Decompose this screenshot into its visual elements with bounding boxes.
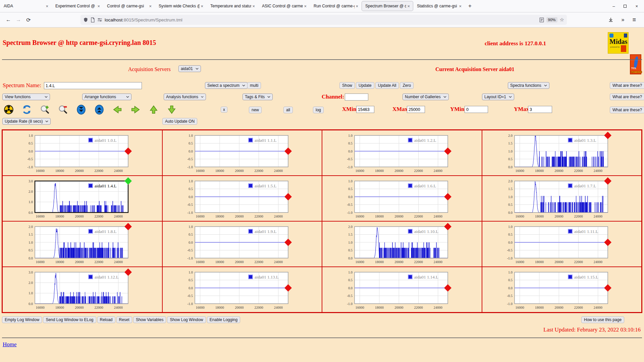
action-button-update[interactable]: Update [356,82,374,89]
spectrum-plot[interactable]: 1.00.50.0-0.5-1.016000180002000022000240… [324,177,479,222]
spectrum-cell-aida01-1-1-L[interactable]: 1.00.50.0-0.5-1.016000180002000022000240… [162,130,322,176]
xmax-input[interactable] [407,106,425,113]
what-are-these-button-2[interactable]: What are these? [610,94,644,100]
url-bar[interactable]: localhost:8015/Spectrum/Spectrum.tml 90%… [80,15,567,25]
multi-button[interactable]: multi [247,82,261,89]
shield-icon[interactable] [83,17,88,22]
spectrum-cell-aida01-1-4-L[interactable]: 3.02.01.00.01600018000200002200024000aid… [2,176,162,221]
what-are-these-button-3[interactable]: What are these? [610,107,644,113]
radiation-icon[interactable] [4,105,14,115]
layout-id-select[interactable]: Layout ID=1 [482,94,514,100]
footer-button-send-log-window-to-elog[interactable]: Send Log Window to ELog [43,316,96,323]
browser-tab-2[interactable]: Control @ carme-gsi× [104,1,155,11]
refresh-icon[interactable] [22,105,32,115]
what-are-these-button-1[interactable]: What are these? [610,82,644,89]
home-link[interactable]: Home [3,341,17,348]
how-to-use-button[interactable]: How to use this page [581,316,624,323]
browser-tab-0[interactable]: AIDA× [0,1,51,11]
zoom-level-badge[interactable]: 90% [546,17,557,22]
shift-left-icon[interactable] [112,105,122,115]
zoom-in-icon[interactable] [40,105,50,115]
tags-fits-select[interactable]: Tags & Fits [243,94,273,100]
browser-tab-1[interactable]: Experiment Control @ c× [52,1,103,11]
forward-icon[interactable]: → [13,15,23,25]
tab-close-icon[interactable]: × [148,4,153,9]
app-menu-icon[interactable]: ≡ [632,16,636,23]
arrange-functions-select[interactable]: Arrange functions [82,94,131,100]
reload-icon[interactable]: ⟳ [23,15,34,25]
footer-button-show-variables[interactable]: Show Variables [133,316,166,323]
channel-input[interactable] [345,94,368,101]
spectrum-cell-aida01-1-10-L[interactable]: 2.01.51.00.50.01600018000200002200024000… [322,221,482,267]
browser-tab-3[interactable]: System wide Checks @ c× [155,1,206,11]
tcl-powered-logo[interactable]: TCL POWERED [630,54,641,74]
maximize-icon[interactable] [624,5,627,8]
spectra-functions-select[interactable]: Spectra functions [508,82,549,89]
spectrum-plot[interactable]: 1.00.50.0-0.5-1.016000180002000022000240… [165,177,320,222]
spectrum-cell-aida01-1-12-L[interactable]: 3.02.01.00.01600018000200002200024000aid… [2,267,162,312]
tab-close-icon[interactable]: × [355,4,359,9]
action-button-update-all[interactable]: Update All [375,82,399,89]
acquisition-server-select[interactable]: aida01 [178,65,201,72]
bookmark-star-icon[interactable]: ☆ [560,17,564,23]
spectrum-plot[interactable]: 2.01.51.00.50.01600018000200002200024000… [324,223,479,267]
spectrum-plot[interactable]: 1.00.50.0-0.5-1.016000180002000022000240… [165,223,320,267]
spectrum-cell-aida01-1-0-L[interactable]: 1.00.50.0-0.5-1.016000180002000022000240… [2,130,162,176]
x-scale-button[interactable]: x [221,107,227,113]
view-functions-select[interactable]: View functions [2,94,50,100]
spectrum-cell-aida01-1-15-L[interactable]: 1.00.50.0-0.5-1.016000180002000022000240… [482,267,642,312]
spectrum-plot[interactable]: 1.00.50.0-0.5-1.016000180002000022000240… [324,268,479,313]
new-tab-button[interactable]: + [465,0,475,12]
browser-tab-8[interactable]: Statistics @ carme-gsi× [414,1,465,11]
action-button-zero[interactable]: Zero [400,82,414,89]
spectrum-cell-aida01-1-8-L[interactable]: 2.01.51.00.50.01600018000200002200024000… [2,221,162,267]
back-icon[interactable]: ← [3,15,13,25]
spectrum-name-input[interactable] [44,82,142,89]
new-button[interactable]: new [249,107,262,113]
spectrum-plot[interactable]: 1.00.50.0-0.5-1.016000180002000022000240… [324,131,479,176]
footer-button-reset[interactable]: Reset [116,316,132,323]
spectrum-cell-aida01-1-2-L[interactable]: 1.00.50.0-0.5-1.016000180002000022000240… [322,130,482,176]
shift-up-icon[interactable] [149,105,159,115]
footer-button-enable-logging[interactable]: Enable Logging [207,316,240,323]
browser-tab-5[interactable]: ASIC Control @ carme-g× [259,1,310,11]
browser-tab-4[interactable]: Temperature and status× [207,1,258,11]
zoom-out-icon[interactable] [58,105,68,115]
collapse-y-icon[interactable] [76,105,86,115]
overflow-menu-icon[interactable]: » [622,17,625,23]
footer-button-show-log-window[interactable]: Show Log Window [167,316,206,323]
update-rate-select[interactable]: Update Rate (8 secs) [2,118,51,125]
spectrum-cell-aida01-1-14-L[interactable]: 1.00.50.0-0.5-1.016000180002000022000240… [322,267,482,312]
tab-close-icon[interactable]: × [45,4,49,9]
shift-down-icon[interactable] [167,105,177,115]
ymax-input[interactable] [528,106,552,113]
spectrum-plot[interactable]: 2.01.51.00.50.01600018000200002200024000… [5,223,160,267]
download-icon[interactable] [608,17,613,22]
all-button[interactable]: all [283,107,293,113]
spectrum-plot[interactable]: 1.00.50.0-0.5-1.016000180002000022000240… [484,223,639,267]
spectrum-plot[interactable]: 1.00.50.0-0.5-1.016000180002000022000240… [5,131,160,176]
browser-tab-6[interactable]: Run Control @ carme-gs× [310,1,361,11]
auto-update-button[interactable]: Auto Update ON [162,118,197,125]
spectrum-plot[interactable]: 1.00.50.0-0.5-1.016000180002000022000240… [165,131,320,176]
spectrum-cell-aida01-1-11-L[interactable]: 1.00.50.0-0.5-1.016000180002000022000240… [482,221,642,267]
tab-close-icon[interactable]: × [96,4,101,9]
page-info-icon[interactable] [91,17,95,22]
tab-close-icon[interactable]: × [458,4,463,9]
spectrum-plot[interactable]: 2.01.51.00.50.01600018000200002200024000… [484,177,639,222]
midas-logo[interactable]: Midas powered by [608,32,629,54]
tab-close-icon[interactable]: × [200,4,204,9]
spectrum-cell-aida01-1-13-L[interactable]: 1.00.50.0-0.5-1.016000180002000022000240… [162,267,322,312]
spectrum-plot[interactable]: 1.00.50.0-0.5-1.016000180002000022000240… [165,268,320,313]
minimize-icon[interactable]: – [612,4,615,8]
close-icon[interactable]: × [635,4,638,8]
action-button-show[interactable]: Show [339,82,355,89]
spectrum-plot[interactable]: 1.00.50.0-0.5-1.016000180002000022000240… [484,268,639,313]
expand-y-icon[interactable] [94,105,104,115]
spectrum-cell-aida01-1-7-L[interactable]: 2.01.51.00.50.01600018000200002200024000… [482,176,642,221]
browser-tab-7[interactable]: Spectrum Browser @ ca× [362,1,413,11]
tab-close-icon[interactable]: × [251,4,256,9]
xmin-input[interactable] [356,106,374,113]
ymin-input[interactable] [465,106,488,113]
spectrum-cell-aida01-1-9-L[interactable]: 1.00.50.0-0.5-1.016000180002000022000240… [162,221,322,267]
